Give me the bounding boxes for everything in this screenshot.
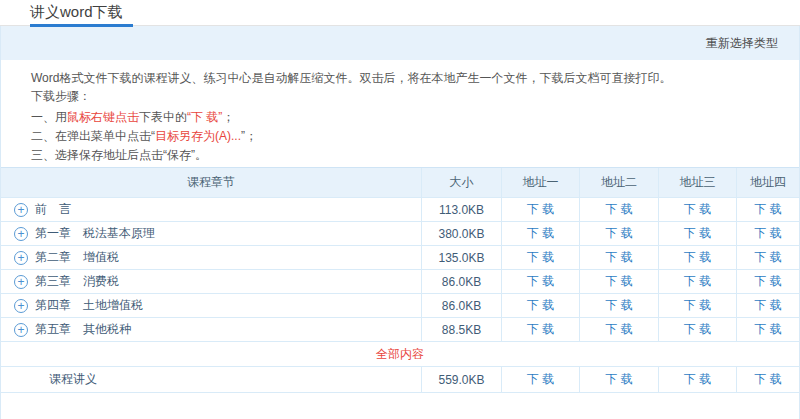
step-2: 二、在弹出菜单中点击“目标另存为(A)...”； bbox=[31, 127, 779, 145]
download-link-addr2[interactable]: 下 载 bbox=[605, 249, 632, 266]
download-link-addr2[interactable]: 下 载 bbox=[605, 371, 632, 388]
expand-plus-icon[interactable]: + bbox=[14, 227, 28, 241]
download-link-addr4[interactable]: 下 载 bbox=[754, 201, 781, 218]
section-all-content: 全部内容 bbox=[1, 342, 799, 367]
content-panel: 重新选择类型 Word格式文件下载的课程讲义、练习中心是自动解压缩文件。双击后，… bbox=[0, 26, 800, 419]
expand-plus-icon[interactable]: + bbox=[14, 323, 28, 337]
download-link-addr2[interactable]: 下 载 bbox=[605, 321, 632, 338]
chapter-label: 第三章 消费税 bbox=[35, 273, 119, 290]
header-addr1: 地址一 bbox=[501, 168, 579, 197]
download-link-addr1[interactable]: 下 载 bbox=[527, 273, 554, 290]
file-size: 380.0KB bbox=[421, 222, 501, 245]
chapter-label: 第四章 土地增值税 bbox=[35, 297, 143, 314]
step1-prefix: 一、用 bbox=[31, 110, 67, 124]
download-link-addr2[interactable]: 下 载 bbox=[605, 297, 632, 314]
download-link-addr4[interactable]: 下 载 bbox=[754, 225, 781, 242]
step-1: 一、用鼠标右键点击下表中的“下 载”； bbox=[31, 108, 779, 126]
table-row: +第二章 增值税 135.0KB 下 载 下 载 下 载 下 载 bbox=[1, 246, 799, 270]
table-row: +前 言 113.0KB 下 载 下 载 下 载 下 载 bbox=[1, 198, 799, 222]
download-link-addr1[interactable]: 下 载 bbox=[527, 201, 554, 218]
download-link-addr1[interactable]: 下 载 bbox=[527, 249, 554, 266]
download-link-addr1[interactable]: 下 载 bbox=[527, 371, 554, 388]
step2-prefix: 二、在弹出菜单中点击“ bbox=[31, 129, 155, 143]
bottom-spacer bbox=[1, 393, 799, 419]
header-chapter: 课程章节 bbox=[1, 168, 421, 197]
download-table: 课程章节 大小 地址一 地址二 地址三 地址四 +前 言 113.0KB 下 载… bbox=[1, 167, 799, 393]
reselect-type-link[interactable]: 重新选择类型 bbox=[706, 35, 778, 52]
instructions-block: Word格式文件下载的课程讲义、练习中心是自动解压缩文件。双击后，将在本地产生一… bbox=[1, 60, 799, 167]
download-link-addr4[interactable]: 下 载 bbox=[754, 249, 781, 266]
download-link-addr3[interactable]: 下 载 bbox=[684, 321, 711, 338]
expand-plus-icon[interactable]: + bbox=[14, 275, 28, 289]
download-link-addr3[interactable]: 下 载 bbox=[684, 201, 711, 218]
header-addr3: 地址三 bbox=[658, 168, 736, 197]
steps-title: 下载步骤： bbox=[31, 87, 779, 105]
download-link-addr4[interactable]: 下 载 bbox=[754, 321, 781, 338]
table-row: +第三章 消费税 86.0KB 下 载 下 载 下 载 下 载 bbox=[1, 270, 799, 294]
table-row: +第四章 土地增值税 86.0KB 下 载 下 载 下 载 下 载 bbox=[1, 294, 799, 318]
toolbar-band: 重新选择类型 bbox=[1, 26, 799, 60]
expand-plus-icon[interactable]: + bbox=[14, 203, 28, 217]
table-row-full-content: 课程讲义 559.0KB 下 载 下 载 下 载 下 载 bbox=[1, 367, 799, 393]
step2-highlight: 目标另存为(A)... bbox=[155, 129, 241, 143]
chapter-label: 前 言 bbox=[35, 201, 71, 218]
step1-mid: 下表中的 bbox=[139, 110, 187, 124]
download-link-addr3[interactable]: 下 载 bbox=[684, 273, 711, 290]
title-bar: 讲义word下载 bbox=[0, 0, 800, 26]
header-size: 大小 bbox=[421, 168, 501, 197]
file-size: 86.0KB bbox=[421, 294, 501, 317]
step1-highlight-1: 鼠标右键点击 bbox=[67, 110, 139, 124]
file-size: 135.0KB bbox=[421, 246, 501, 269]
table-header-row: 课程章节 大小 地址一 地址二 地址三 地址四 bbox=[1, 168, 799, 198]
table-row: +第一章 税法基本原理 380.0KB 下 载 下 载 下 载 下 载 bbox=[1, 222, 799, 246]
file-size: 88.5KB bbox=[421, 318, 501, 341]
download-link-addr3[interactable]: 下 载 bbox=[684, 249, 711, 266]
file-size: 559.0KB bbox=[421, 367, 501, 392]
chapter-label: 课程讲义 bbox=[49, 371, 97, 388]
download-link-addr3[interactable]: 下 载 bbox=[684, 371, 711, 388]
download-link-addr3[interactable]: 下 载 bbox=[684, 297, 711, 314]
chapter-label: 第二章 增值税 bbox=[35, 249, 119, 266]
step-3: 三、选择保存地址后点击“保存”。 bbox=[31, 146, 779, 164]
step1-suffix: ； bbox=[222, 110, 234, 124]
file-size: 86.0KB bbox=[421, 270, 501, 293]
page-title: 讲义word下载 bbox=[30, 3, 123, 22]
title-underline bbox=[30, 24, 133, 27]
download-link-addr4[interactable]: 下 载 bbox=[754, 371, 781, 388]
header-addr2: 地址二 bbox=[579, 168, 658, 197]
download-link-addr3[interactable]: 下 载 bbox=[684, 225, 711, 242]
step1-highlight-2: “下 载” bbox=[187, 110, 222, 124]
chapter-label: 第一章 税法基本原理 bbox=[35, 225, 155, 242]
download-link-addr1[interactable]: 下 载 bbox=[527, 321, 554, 338]
download-link-addr2[interactable]: 下 载 bbox=[605, 225, 632, 242]
step2-suffix: ”； bbox=[241, 129, 257, 143]
download-link-addr1[interactable]: 下 载 bbox=[527, 225, 554, 242]
page: 讲义word下载 重新选择类型 Word格式文件下载的课程讲义、练习中心是自动解… bbox=[0, 0, 800, 419]
header-addr4: 地址四 bbox=[736, 168, 799, 197]
download-link-addr2[interactable]: 下 载 bbox=[605, 201, 632, 218]
download-link-addr4[interactable]: 下 载 bbox=[754, 273, 781, 290]
expand-plus-icon[interactable]: + bbox=[14, 251, 28, 265]
expand-plus-icon[interactable]: + bbox=[14, 299, 28, 313]
download-link-addr1[interactable]: 下 载 bbox=[527, 297, 554, 314]
chapter-label: 第五章 其他税种 bbox=[35, 321, 131, 338]
download-link-addr2[interactable]: 下 载 bbox=[605, 273, 632, 290]
intro-text: Word格式文件下载的课程讲义、练习中心是自动解压缩文件。双击后，将在本地产生一… bbox=[31, 69, 779, 87]
download-link-addr4[interactable]: 下 载 bbox=[754, 297, 781, 314]
file-size: 113.0KB bbox=[421, 198, 501, 221]
table-row: +第五章 其他税种 88.5KB 下 载 下 载 下 载 下 载 bbox=[1, 318, 799, 342]
